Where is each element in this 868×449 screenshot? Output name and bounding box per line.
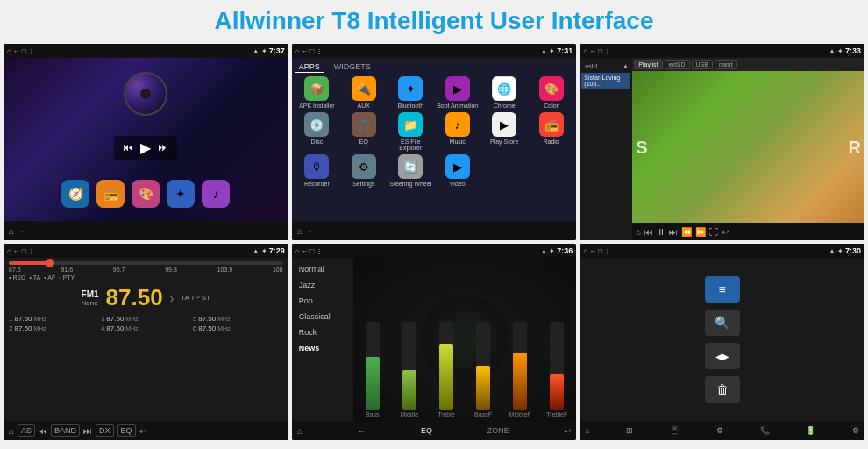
app-music[interactable]: ♪ Music <box>436 112 479 151</box>
home-icon-3[interactable]: ⌂ <box>583 47 587 55</box>
app-color[interactable]: 🎨 Color <box>530 76 573 109</box>
radio-app-icon[interactable]: 📻 <box>96 180 125 208</box>
radio-nav-prev[interactable]: ⏮ <box>39 426 47 436</box>
nav-home-1[interactable]: ⌂ <box>9 226 14 236</box>
app-files[interactable]: 📁 ES File Explorer <box>389 112 432 151</box>
mode-rock[interactable]: Rock <box>294 324 352 340</box>
bt-app-icon[interactable]: ✦ <box>167 180 195 208</box>
home-icon-5[interactable]: ⌂ <box>295 247 300 255</box>
preset-4[interactable]: 4 87.50 MHz <box>101 324 191 332</box>
back-icon-5[interactable]: ← <box>302 247 309 255</box>
tab-apps[interactable]: APPS <box>295 61 324 73</box>
radio-nav-home[interactable]: ⌂ <box>9 426 14 436</box>
sidebar-arrow[interactable]: ▲ <box>622 62 629 70</box>
app-steering[interactable]: 🔄 Steering Wheel <box>389 154 432 187</box>
window-icon-5[interactable]: □ <box>310 247 315 255</box>
s6-phone[interactable]: 📱 <box>670 426 679 435</box>
mode-classical[interactable]: Classical <box>294 309 352 324</box>
radio-btn-dx[interactable]: DX <box>96 424 114 437</box>
home-icon-2[interactable]: ⌂ <box>295 47 300 55</box>
s6-phone2[interactable]: 📞 <box>760 426 770 435</box>
preset-6[interactable]: 6 87.50 MHz <box>193 324 283 332</box>
preset-3[interactable]: 3 87.50 MHz <box>101 315 191 323</box>
mode-news[interactable]: News <box>294 340 352 356</box>
tab-extsd[interactable]: extSD <box>665 60 690 69</box>
file-delete-btn[interactable]: 🗑 <box>705 376 740 403</box>
s6-gear[interactable]: ⚙ <box>852 426 859 435</box>
menu-icon-3[interactable]: ⋮ <box>604 47 611 55</box>
mode-pop[interactable]: Pop <box>294 293 352 309</box>
mode-jazz[interactable]: Jazz <box>294 277 352 293</box>
window-icon-2[interactable]: □ <box>310 47 315 55</box>
play-button[interactable]: ▶ <box>140 139 151 156</box>
eq-nav-home[interactable]: ⌂ <box>297 426 302 436</box>
menu-icon[interactable]: ⋮ <box>28 47 35 55</box>
video-forward[interactable]: ⏩ <box>695 227 706 237</box>
radio-btn-eq[interactable]: EQ <box>117 424 136 437</box>
preset-2[interactable]: 2 87.50 MHz <box>9 324 99 332</box>
video-home[interactable]: ⌂ <box>636 227 641 237</box>
eq-nav-back[interactable]: ← <box>357 426 366 436</box>
nav-back-2[interactable]: ← <box>308 226 317 236</box>
s6-settings[interactable]: ⚙ <box>716 426 723 435</box>
eq-nav-zone[interactable]: ZONE <box>487 426 509 435</box>
file-transfer-btn[interactable]: ◀▶ <box>705 343 740 369</box>
tab-nand[interactable]: nand <box>715 60 737 69</box>
back-icon[interactable]: ← <box>13 47 20 55</box>
prev-button[interactable]: ⏮ <box>123 141 133 153</box>
back-icon-6[interactable]: ← <box>589 247 596 255</box>
app-playstore[interactable]: ▶ Play Store <box>482 112 525 151</box>
app-eq[interactable]: 🎵 EQ <box>342 112 385 151</box>
video-prev[interactable]: ⏮ <box>644 227 653 237</box>
nav-back-1[interactable]: ← <box>19 226 28 236</box>
eq-track-middle[interactable] <box>402 322 416 410</box>
video-play[interactable]: ⏸ <box>657 227 665 237</box>
radio-btn-band[interactable]: BAND <box>51 424 80 437</box>
eq-nav-eq[interactable]: EQ <box>421 426 432 435</box>
tab-widgets[interactable]: WIDGETS <box>331 61 374 73</box>
back-icon-3[interactable]: ← <box>589 47 596 55</box>
menu-icon-2[interactable]: ⋮ <box>316 47 323 55</box>
eq-track-bassf[interactable] <box>476 322 490 410</box>
app-video[interactable]: ▶ Video <box>436 154 479 187</box>
mode-normal[interactable]: Normal <box>294 261 352 277</box>
menu-icon-5[interactable]: ⋮ <box>316 247 323 255</box>
file-list-btn[interactable]: ≡ <box>705 276 740 303</box>
home-icon-6[interactable]: ⌂ <box>583 247 587 255</box>
home-icon-4[interactable]: ⌂ <box>7 247 11 255</box>
nav-home-2[interactable]: ⌂ <box>297 226 302 236</box>
app-recorder[interactable]: 🎙 Recorder <box>295 154 338 187</box>
tab-playlist[interactable]: Playlist <box>634 60 662 69</box>
eq-track-middlef[interactable] <box>513 322 527 410</box>
home-icon[interactable]: ⌂ <box>7 47 11 55</box>
radio-nav-back[interactable]: ↩ <box>139 426 146 436</box>
window-icon[interactable]: □ <box>22 47 26 55</box>
preset-5[interactable]: 5 87.50 MHz <box>193 315 283 323</box>
video-file-item[interactable]: Sistar-Loving (108... <box>581 73 630 89</box>
next-button[interactable]: ⏭ <box>158 141 168 153</box>
radio-freq-arrow[interactable]: › <box>170 291 174 305</box>
eq-track-treblef[interactable] <box>550 322 564 410</box>
app-chrome[interactable]: 🌐 Chrome <box>482 76 525 109</box>
window-icon-3[interactable]: □ <box>598 47 602 55</box>
app-disc[interactable]: 💿 Disc <box>295 112 338 151</box>
menu-icon-6[interactable]: ⋮ <box>604 247 611 255</box>
nav-app-icon[interactable]: 🧭 <box>61 180 89 208</box>
video-back[interactable]: ↩ <box>722 227 729 237</box>
video-next[interactable]: ⏭ <box>669 227 678 237</box>
color-app-icon[interactable]: 🎨 <box>132 180 160 208</box>
menu-icon-4[interactable]: ⋮ <box>28 247 35 255</box>
preset-1[interactable]: 1 87.50 MHz <box>9 315 99 323</box>
file-search-btn[interactable]: 🔍 <box>705 310 740 336</box>
music-app-icon[interactable]: ♪ <box>202 180 230 208</box>
s6-home[interactable]: ⌂ <box>585 426 589 435</box>
app-bt[interactable]: ✦ Bluetooth <box>389 76 432 109</box>
video-fullscreen[interactable]: ⛶ <box>709 227 718 237</box>
app-settings[interactable]: ⚙ Settings <box>342 154 385 187</box>
radio-nav-next[interactable]: ⏭ <box>83 426 92 436</box>
s6-grid[interactable]: ⊞ <box>626 426 633 435</box>
app-aux[interactable]: 🔌 AUX <box>342 76 385 109</box>
eq-nav-return[interactable]: ↩ <box>564 426 571 436</box>
back-icon-2[interactable]: ← <box>302 47 309 55</box>
app-boot[interactable]: ▶ Boot Animation <box>436 76 479 109</box>
